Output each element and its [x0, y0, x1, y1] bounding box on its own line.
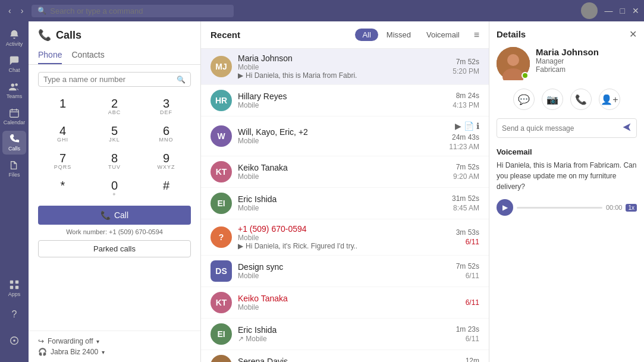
key-letters: DEF: [160, 109, 172, 115]
call-list-item[interactable]: ? +1 (509) 670-0594 Mobile ▶Hi Daniela, …: [201, 219, 489, 256]
call-time: 4:13 PM: [453, 101, 479, 109]
dialpad-key-5[interactable]: 5JKL: [90, 121, 139, 146]
sidebar-item-label: Apps: [8, 291, 21, 297]
dialpad-key-2[interactable]: 2ABC: [90, 94, 139, 119]
key-letters: TUV: [108, 164, 121, 170]
key-letters: GHI: [57, 137, 68, 143]
dialpad-key-1[interactable]: 1: [38, 94, 87, 119]
device-status[interactable]: 🎧 Jabra Biz 2400 ▾: [38, 347, 191, 357]
call-button[interactable]: 📞 Call: [38, 206, 191, 225]
teams-icon: [9, 81, 20, 92]
call-duration: 1m 23s: [456, 325, 479, 333]
sidebar-item-calendar[interactable]: Calendar: [2, 105, 26, 128]
user-avatar[interactable]: [581, 2, 598, 19]
svg-rect-9: [15, 286, 18, 289]
details-title: Details: [497, 29, 526, 39]
filter-missed[interactable]: Missed: [379, 29, 418, 41]
forwarding-status[interactable]: ↪ Forwarding off ▾: [38, 336, 191, 347]
forward-button[interactable]: ›: [17, 5, 27, 17]
minimize-button[interactable]: —: [605, 6, 613, 15]
play-button[interactable]: ▶: [497, 199, 513, 216]
calls-tabs: Phone Contacts: [29, 42, 200, 65]
call-list-item[interactable]: MJ Maria Johnson Mobile ▶Hi Daniela, thi…: [201, 49, 489, 85]
call-duration: 7m 52s: [456, 262, 479, 270]
search-bar[interactable]: 🔍: [32, 5, 234, 17]
sidebar-item-calls[interactable]: Calls: [2, 131, 26, 155]
chat-action-button[interactable]: 💬: [513, 89, 535, 110]
call-info: Keiko Tanaka Mobile: [238, 294, 460, 311]
filter-voicemail[interactable]: Voicemail: [419, 29, 467, 41]
call-list-item[interactable]: W Will, Kayo, Eric, +2 Mobile ▶ 📄 ℹ 24m …: [201, 117, 489, 156]
dialpad-key-6[interactable]: 6MNO: [142, 121, 191, 146]
dialpad-key-0[interactable]: 0+: [90, 176, 139, 201]
back-button[interactable]: ‹: [5, 5, 15, 17]
transcript-icon: 📄: [464, 121, 474, 131]
audio-progress-bar[interactable]: [517, 207, 602, 209]
recent-header: Recent All Missed Voicemail ≡: [201, 21, 489, 49]
files-icon: [9, 160, 20, 171]
phone-action-button[interactable]: 📞: [570, 89, 592, 110]
parked-calls-button[interactable]: Parked calls: [38, 240, 191, 257]
filter-tabs: All Missed Voicemail: [355, 29, 466, 41]
tab-phone[interactable]: Phone: [38, 46, 62, 64]
call-sub: Mobile: [238, 101, 447, 109]
svg-rect-2: [10, 110, 18, 118]
filter-all[interactable]: All: [355, 29, 378, 41]
dialpad-key-9[interactable]: 9WXYZ: [142, 149, 191, 174]
dialpad-search-input[interactable]: [43, 75, 177, 84]
call-duration: 7m 52s: [456, 58, 479, 66]
sidebar-item-label: Teams: [7, 93, 23, 99]
details-close-button[interactable]: ✕: [629, 29, 637, 40]
chevron-down-icon: ▾: [102, 349, 105, 355]
filter-icon[interactable]: ≡: [474, 30, 479, 40]
message-input-area[interactable]: [497, 118, 637, 138]
call-sub: Mobile: [238, 272, 450, 280]
add-person-action-button[interactable]: 👤+: [599, 89, 620, 110]
call-time: 6/11: [466, 298, 479, 307]
dialpad-key-4[interactable]: 4GHI: [38, 121, 87, 146]
maximize-button[interactable]: □: [620, 6, 625, 15]
details-person-role: Manager: [536, 57, 637, 65]
dialpad-key-3[interactable]: 3DEF: [142, 94, 191, 119]
dialpad-key-*[interactable]: *: [38, 176, 87, 201]
tab-contacts[interactable]: Contacts: [71, 46, 104, 64]
key-number: 1: [59, 97, 66, 109]
call-meta: 8m 24s 4:13 PM: [453, 92, 479, 109]
call-meta: 7m 52s 9:20 AM: [453, 163, 479, 181]
sidebar-item-teams[interactable]: Teams: [2, 78, 26, 102]
call-list-item[interactable]: HR Hillary Reyes Mobile 8m 24s 4:13 PM: [201, 85, 489, 117]
dialpad-key-#[interactable]: #: [142, 176, 191, 201]
send-button[interactable]: [622, 122, 632, 134]
call-list-item[interactable]: DS Design sync Mobile 7m 52s 6/11: [201, 256, 489, 287]
call-info: Maria Johnson Mobile ▶Hi Daniela, this i…: [238, 53, 447, 80]
calls-footer: ↪ Forwarding off ▾ 🎧 Jabra Biz 2400 ▾: [29, 330, 200, 362]
sidebar-item-apps[interactable]: Apps: [2, 276, 26, 300]
call-sub: Mobile: [238, 204, 446, 212]
sidebar-item-settings[interactable]: [2, 329, 26, 352]
audio-speed[interactable]: 1x: [626, 204, 637, 212]
key-number: 5: [111, 125, 118, 137]
video-action-button[interactable]: 📷: [542, 89, 563, 110]
call-avatar: KT: [211, 161, 232, 182]
sidebar-item-chat[interactable]: Chat: [2, 52, 26, 76]
dialpad-key-7[interactable]: 7PQRS: [38, 149, 87, 174]
dialpad-key-8[interactable]: 8TUV: [90, 149, 139, 174]
recent-title: Recent: [211, 30, 348, 40]
call-list-item[interactable]: EI Eric Ishida ↗ Mobile 1m 23s 6/11: [201, 319, 489, 350]
call-list-item[interactable]: KT Keiko Tanaka Mobile 6/11: [201, 287, 489, 319]
sidebar-item-help[interactable]: ?: [2, 303, 26, 326]
forwarding-icon: ↪: [38, 337, 44, 345]
search-input[interactable]: [50, 7, 205, 15]
close-button[interactable]: ✕: [632, 6, 639, 15]
call-list-item[interactable]: EI Eric Ishida Mobile 31m 52s 8:45 AM: [201, 188, 489, 219]
bell-icon: [9, 29, 20, 40]
sidebar-item-files[interactable]: Files: [2, 157, 26, 181]
call-list-item[interactable]: KT Keiko Tanaka Mobile 7m 52s 9:20 AM: [201, 156, 489, 188]
sidebar-item-activity[interactable]: Activity: [2, 26, 26, 50]
call-list-item[interactable]: SD Serena Davis ↗ Mobile 12m 6/10: [201, 350, 489, 362]
call-preview: ▶Hi Daniela, this is Maria from Fabri...: [238, 71, 357, 80]
call-name: Serena Davis: [238, 357, 460, 362]
quick-message-input[interactable]: [502, 124, 622, 133]
sidebar-item-label: Activity: [6, 41, 23, 47]
dialpad-search[interactable]: 🔍: [38, 72, 191, 87]
